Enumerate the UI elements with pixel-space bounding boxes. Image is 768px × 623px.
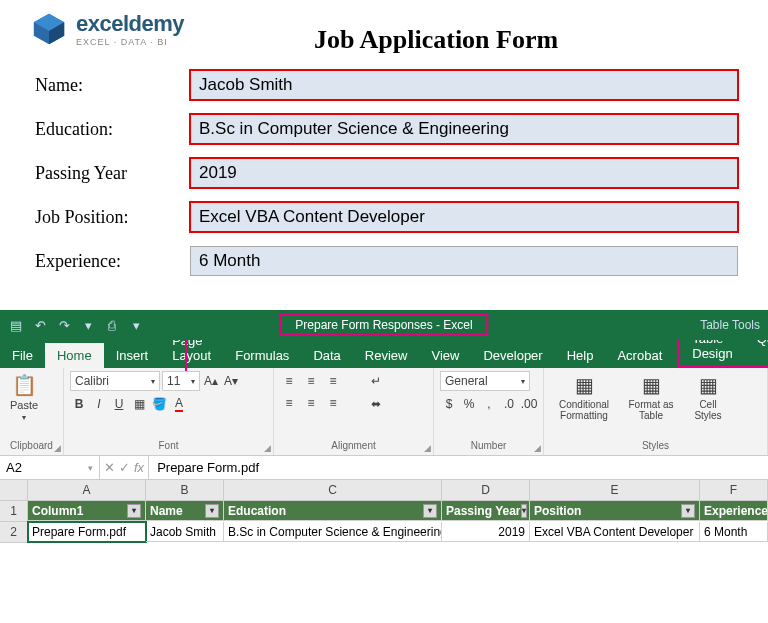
col-header[interactable]: A [28,480,146,500]
row-header[interactable]: 1 [0,501,28,522]
dialog-launcher-icon[interactable]: ◢ [264,443,271,453]
input-experience[interactable]: 6 Month [190,246,738,276]
input-name[interactable]: Jacob Smith [190,70,738,100]
filter-dropdown-icon[interactable]: ▾ [681,504,695,518]
font-size-value: 11 [167,374,180,388]
font-size-combo[interactable]: 11▾ [162,371,200,391]
wrap-text-button[interactable]: ↵ [356,371,396,391]
table-header-cell[interactable]: Position▾ [530,501,700,521]
align-left-icon[interactable]: ≡ [280,393,298,413]
align-middle-icon[interactable]: ≡ [302,371,320,391]
select-all-corner[interactable] [0,480,28,500]
number-format-combo[interactable]: General▾ [440,371,530,391]
cell-styles-button[interactable]: ▦Cell Styles [684,371,732,423]
redo-icon[interactable]: ↷ [56,317,72,333]
fill-color-button[interactable]: 🪣 [150,394,168,414]
currency-icon[interactable]: $ [440,394,458,414]
font-name-combo[interactable]: Calibri▾ [70,371,160,391]
filter-dropdown-icon[interactable]: ▾ [205,504,219,518]
tab-home[interactable]: Home [45,343,104,368]
qat-customize-icon[interactable]: ▾ [128,317,144,333]
quick-access-toolbar: ▤ ↶ ↷ ▾ ⎙ ▾ [8,317,144,333]
cond-fmt-icon: ▦ [575,373,594,397]
tab-acrobat[interactable]: Acrobat [605,343,674,368]
col-header[interactable]: C [224,480,442,500]
table-header-cell[interactable]: Passing Year▾ [442,501,530,521]
row-header[interactable]: 2 [0,522,28,543]
col-header[interactable]: F [700,480,768,500]
font-color-button[interactable]: A [170,394,188,414]
table-icon: ▦ [642,373,661,397]
name-box-value: A2 [6,460,22,475]
increase-decimal-icon[interactable]: .0 [500,394,518,414]
cell[interactable]: B.Sc in Computer Science & Engineering [224,522,442,542]
comma-icon[interactable]: , [480,394,498,414]
align-bottom-icon[interactable]: ≡ [324,371,342,391]
logo-tagline: EXCEL · DATA · BI [76,37,184,47]
input-position[interactable]: Excel VBA Content Developer [190,202,738,232]
cell[interactable]: 2019 [442,522,530,542]
align-right-icon[interactable]: ≡ [324,393,342,413]
logo-icon [30,10,68,48]
cell-styles-icon: ▦ [699,373,718,397]
number-format-value: General [445,374,488,388]
dialog-launcher-icon[interactable]: ◢ [54,443,61,453]
grow-font-icon[interactable]: A▴ [202,371,220,391]
qat-icon[interactable]: ⎙ [104,317,120,333]
cell[interactable]: Prepare Form.pdf [28,522,146,542]
format-as-table-button[interactable]: ▦Format as Table [622,371,680,423]
col-header[interactable]: B [146,480,224,500]
save-icon[interactable]: ▤ [8,317,24,333]
paste-button[interactable]: 📋Paste▾ [6,371,42,424]
cell[interactable]: 6 Month [700,522,768,542]
label-position: Job Position: [30,207,170,228]
italic-button[interactable]: I [90,394,108,414]
percent-icon[interactable]: % [460,394,478,414]
tab-review[interactable]: Review [353,343,420,368]
tab-insert[interactable]: Insert [104,343,161,368]
qat-icon[interactable]: ▾ [80,317,96,333]
filter-dropdown-icon[interactable]: ▾ [521,504,527,518]
dialog-launcher-icon[interactable]: ◢ [424,443,431,453]
ribbon: 📋Paste▾ Clipboard ◢ Calibri▾ 11▾ A▴ A▾ B… [0,368,768,456]
formula-input[interactable]: Prepare Form.pdf [149,456,768,479]
conditional-formatting-button[interactable]: ▦Conditional Formatting [550,371,618,423]
label-education: Education: [30,119,170,140]
ribbon-tabs: File Home Insert Page Layout Formulas Da… [0,340,768,368]
name-box[interactable]: A2▾ [0,456,100,479]
enter-icon[interactable]: ✓ [119,460,130,475]
table-header-cell[interactable]: Education▾ [224,501,442,521]
cancel-icon[interactable]: ✕ [104,460,115,475]
align-top-icon[interactable]: ≡ [280,371,298,391]
tab-help[interactable]: Help [555,343,606,368]
filter-dropdown-icon[interactable]: ▾ [423,504,437,518]
input-passing-year[interactable]: 2019 [190,158,738,188]
undo-icon[interactable]: ↶ [32,317,48,333]
tab-view[interactable]: View [419,343,471,368]
col-header[interactable]: D [442,480,530,500]
border-button[interactable]: ▦ [130,394,148,414]
align-center-icon[interactable]: ≡ [302,393,320,413]
table-header-cell[interactable]: Column1▾ [28,501,146,521]
cell[interactable]: Jacob Smith [146,522,224,542]
shrink-font-icon[interactable]: A▾ [222,371,240,391]
pdf-form-panel: exceldemy EXCEL · DATA · BI Job Applicat… [0,0,768,310]
filter-dropdown-icon[interactable]: ▾ [127,504,141,518]
tab-developer[interactable]: Developer [471,343,554,368]
decrease-decimal-icon[interactable]: .00 [520,394,538,414]
underline-button[interactable]: U [110,394,128,414]
fx-icon[interactable]: fx [134,460,144,475]
tab-data[interactable]: Data [301,343,352,368]
dialog-launcher-icon[interactable]: ◢ [534,443,541,453]
merge-button[interactable]: ⬌ [356,394,396,414]
table-header-cell[interactable]: Name▾ [146,501,224,521]
tab-file[interactable]: File [0,343,45,368]
cell[interactable]: Excel VBA Content Developer [530,522,700,542]
logo: exceldemy EXCEL · DATA · BI [30,10,184,48]
input-education[interactable]: B.Sc in Computer Science & Engineering [190,114,738,144]
col-header[interactable]: E [530,480,700,500]
tab-formulas[interactable]: Formulas [223,343,301,368]
form-title: Job Application Form [314,25,558,55]
bold-button[interactable]: B [70,394,88,414]
table-header-cell[interactable]: Experience▾ [700,501,768,521]
